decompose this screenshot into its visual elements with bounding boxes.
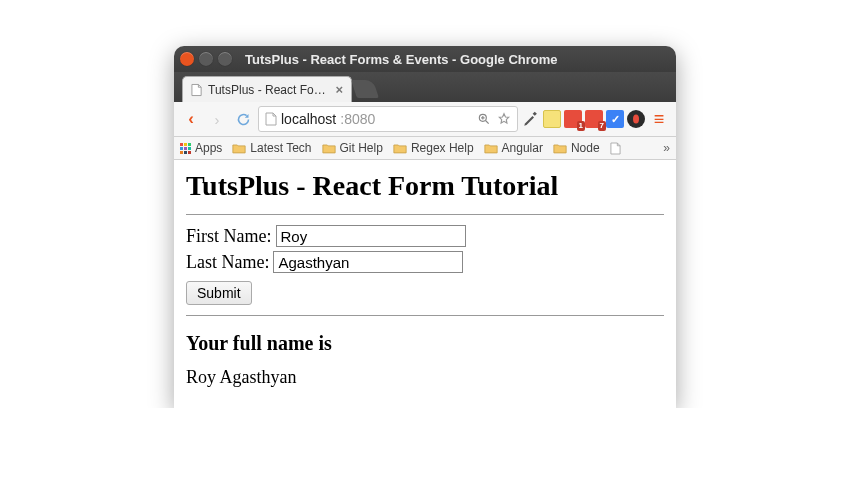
url-host: localhost (281, 111, 336, 127)
bookmark-label: Git Help (340, 141, 383, 155)
page-icon (610, 142, 621, 155)
submit-button[interactable]: Submit (186, 281, 252, 305)
bookmark-regex-help[interactable]: Regex Help (393, 141, 474, 155)
svg-rect-4 (533, 112, 537, 116)
last-name-label: Last Name: (186, 252, 269, 273)
bookmark-star-icon[interactable] (497, 112, 511, 126)
extension-opera[interactable] (627, 110, 645, 128)
bookmark-node[interactable]: Node (553, 141, 600, 155)
last-name-input[interactable] (273, 251, 463, 273)
toolbar: ‹ › localhost:8080 1 7 ✓ (174, 102, 676, 137)
page-heading: TutsPlus - React Form Tutorial (186, 170, 664, 202)
folder-icon (232, 143, 246, 154)
page-icon (191, 83, 202, 97)
back-button[interactable]: ‹ (180, 108, 202, 130)
eyedropper-icon[interactable] (522, 110, 540, 128)
first-name-label: First Name: (186, 226, 272, 247)
bookmark-page[interactable] (610, 142, 621, 155)
tabstrip: TutsPlus - React Form… × (174, 72, 676, 102)
folder-icon (553, 143, 567, 154)
reload-icon (236, 112, 251, 127)
svg-point-5 (633, 115, 639, 124)
browser-window: TutsPlus - React Forms & Events - Google… (174, 46, 676, 408)
divider (186, 315, 664, 316)
extensions: 1 7 ✓ ≡ (522, 108, 670, 130)
window-close-button[interactable] (180, 52, 194, 66)
page-content: TutsPlus - React Form Tutorial First Nam… (174, 160, 676, 408)
extension-check[interactable]: ✓ (606, 110, 624, 128)
extension-todoist[interactable]: 1 (564, 110, 582, 128)
tab-close-icon[interactable]: × (335, 82, 343, 97)
window-minimize-button[interactable] (199, 52, 213, 66)
bookmark-git-help[interactable]: Git Help (322, 141, 383, 155)
apps-icon (180, 143, 191, 154)
opera-icon (630, 113, 642, 125)
site-icon (265, 112, 277, 126)
bookmark-label: Angular (502, 141, 543, 155)
extension-todoist-2[interactable]: 7 (585, 110, 603, 128)
bookmark-label: Node (571, 141, 600, 155)
reload-button[interactable] (232, 108, 254, 130)
folder-icon (393, 143, 407, 154)
svg-line-1 (486, 121, 489, 124)
forward-button[interactable]: › (206, 108, 228, 130)
apps-label: Apps (195, 141, 222, 155)
bookmark-label: Latest Tech (250, 141, 311, 155)
tab-active[interactable]: TutsPlus - React Form… × (182, 76, 352, 102)
extension-note[interactable] (543, 110, 561, 128)
bookmark-label: Regex Help (411, 141, 474, 155)
badge-count-2: 7 (598, 121, 606, 131)
folder-icon (484, 143, 498, 154)
apps-button[interactable]: Apps (180, 141, 222, 155)
address-bar[interactable]: localhost:8080 (258, 106, 518, 132)
badge-count: 1 (577, 121, 585, 131)
zoom-icon[interactable] (477, 112, 491, 126)
bookmarks-overflow-button[interactable]: » (663, 141, 670, 155)
output-fullname: Roy Agasthyan (186, 367, 664, 388)
menu-button[interactable]: ≡ (648, 108, 670, 130)
new-tab-button[interactable] (351, 80, 379, 98)
tab-title: TutsPlus - React Form… (208, 83, 329, 97)
divider (186, 214, 664, 215)
window-maximize-button[interactable] (218, 52, 232, 66)
bookmark-latest-tech[interactable]: Latest Tech (232, 141, 311, 155)
check-icon: ✓ (611, 113, 620, 126)
bookmarks-bar: Apps Latest Tech Git Help Regex Help Ang… (174, 137, 676, 160)
folder-icon (322, 143, 336, 154)
output-heading: Your full name is (186, 332, 664, 355)
window-title: TutsPlus - React Forms & Events - Google… (245, 52, 558, 67)
bookmark-angular[interactable]: Angular (484, 141, 543, 155)
address-actions (477, 112, 511, 126)
first-name-input[interactable] (276, 225, 466, 247)
url-port: :8080 (340, 111, 375, 127)
titlebar: TutsPlus - React Forms & Events - Google… (174, 46, 676, 72)
